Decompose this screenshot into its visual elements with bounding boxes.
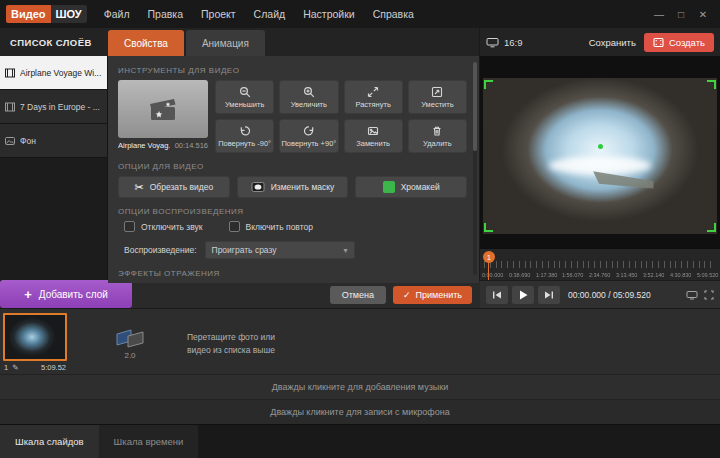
play-button[interactable]	[512, 286, 534, 304]
opt-label: Изменить маску	[271, 182, 335, 192]
layer-label: 7 Days in Europe - ...	[20, 102, 100, 112]
create-film-icon	[653, 37, 664, 48]
minimize-icon[interactable]: —	[648, 5, 670, 24]
add-layer-label: Добавить слой	[39, 289, 108, 300]
tab-slide-scale[interactable]: Шкала слайдов	[0, 425, 99, 458]
playhead-marker[interactable]: 1	[483, 251, 495, 263]
transition-item[interactable]: 2.0	[107, 313, 153, 374]
create-button[interactable]: Создать	[644, 33, 714, 52]
menu-settings[interactable]: Настройки	[294, 1, 364, 27]
tab-time-scale[interactable]: Шкала времени	[99, 425, 199, 458]
drop-hint-text: Перетащите фото или видео из списка выше	[175, 313, 287, 374]
tool-label: Заменить	[356, 139, 390, 148]
video-frame[interactable]	[483, 78, 717, 234]
music-hint-text: Дважды кликните для добавления музыки	[272, 382, 448, 392]
image-icon	[0, 135, 20, 147]
loop-checkbox-row[interactable]: Включить повтор	[229, 221, 313, 232]
transition-duration: 2.0	[124, 351, 135, 360]
fullscreen-icon[interactable]	[704, 290, 714, 300]
menu-project[interactable]: Проект	[192, 1, 245, 27]
selection-handle-bl[interactable]	[484, 223, 493, 232]
mic-hint-text: Дважды кликните для записи с микрофона	[270, 407, 449, 417]
video-options-title: ОПЦИИ ДЛЯ ВИДЕО	[118, 162, 467, 171]
selection-handle-tl[interactable]	[484, 80, 493, 89]
apply-button[interactable]: ✓ Применить	[393, 286, 472, 304]
cancel-button[interactable]: Отмена	[330, 286, 386, 304]
menu-slide[interactable]: Слайд	[245, 1, 295, 27]
ruler-labels: 0:00.000 0:38.690 1:17.380 1:56.070 2:34…	[481, 272, 719, 278]
replace-button[interactable]: Заменить	[344, 119, 403, 153]
microphone-track-row[interactable]: Дважды кликните для записи с микрофона	[0, 399, 720, 424]
mute-checkbox[interactable]	[124, 221, 135, 232]
brand-secondary: ШОУ	[51, 5, 87, 23]
tick-label: 1:17.380	[536, 272, 557, 278]
mute-checkbox-row[interactable]: Отключить звук	[124, 221, 203, 232]
slide-duration: 5:09.52	[41, 363, 66, 372]
menu-edit[interactable]: Правка	[139, 1, 192, 27]
tool-label: Повернуть -90°	[218, 139, 271, 148]
aspect-label: 16:9	[504, 37, 523, 48]
ruler-ticks	[484, 261, 716, 268]
rotate-cw-button[interactable]: Повернуть +90°	[279, 119, 338, 153]
delete-button[interactable]: Удалить	[408, 119, 467, 153]
left-panel: СПИСОК СЛОЁВ Свойства Анимация Airplane …	[0, 28, 480, 280]
menu-help[interactable]: Справка	[364, 1, 423, 27]
edit-icon[interactable]: ✎	[12, 363, 18, 372]
playback-mode-label: Воспроизведение:	[124, 245, 197, 255]
preview-header: 16:9 Сохранить Создать	[480, 28, 720, 56]
maximize-icon[interactable]: □	[670, 5, 692, 24]
save-button[interactable]: Сохранить	[581, 33, 644, 52]
previous-frame-button[interactable]	[486, 286, 508, 304]
add-layer-button[interactable]: + Добавить слой	[0, 280, 132, 308]
fit-icon	[431, 86, 443, 98]
layer-item-video[interactable]: Airplane Voyage Wi...	[0, 56, 107, 90]
clip-thumbnail[interactable]	[118, 80, 208, 138]
edit-mask-button[interactable]: Изменить маску	[237, 176, 349, 198]
layers-panel-title: СПИСОК СЛОЁВ	[0, 28, 108, 56]
menu-file[interactable]: Файл	[95, 1, 139, 27]
selection-handle-br[interactable]	[707, 223, 716, 232]
trim-video-button[interactable]: ✂ Обрезать видео	[118, 176, 230, 198]
tv-preview-icon[interactable]	[686, 290, 698, 300]
clip-duration: 00:14.516	[175, 141, 208, 150]
selection-handle-tr[interactable]	[707, 80, 716, 89]
aspect-ratio[interactable]: 16:9	[486, 37, 523, 48]
scissors-icon: ✂	[134, 181, 143, 194]
rotate-cw-icon	[303, 125, 315, 137]
apply-label: Применить	[415, 290, 462, 300]
layer-item-video2[interactable]: 7 Days in Europe - ...	[0, 90, 107, 124]
slide-item[interactable]: 1 ✎ 5:09.52	[3, 313, 67, 374]
apply-bar: Отмена ✓ Применить	[132, 280, 480, 308]
playback-mode-select[interactable]: Проиграть сразу ▾	[205, 241, 355, 259]
rotate-ccw-icon	[239, 125, 251, 137]
tick-label: 2:34.760	[589, 272, 610, 278]
slide-thumbnail[interactable]	[3, 313, 67, 361]
layer-list: Airplane Voyage Wi... 7 Days in Europe -…	[0, 56, 108, 283]
close-icon[interactable]: ✕	[692, 5, 714, 24]
zoom-out-button[interactable]: Уменьшить	[215, 80, 274, 114]
preview-canvas[interactable]	[480, 56, 720, 248]
layer-item-background[interactable]: Фон	[0, 124, 107, 158]
tick-label: 1:56.070	[562, 272, 583, 278]
fit-button[interactable]: Уместить	[408, 80, 467, 114]
scrollbar[interactable]	[473, 62, 477, 275]
preview-panel: 16:9 Сохранить Создать	[480, 28, 720, 280]
music-track-row[interactable]: Дважды кликните для добавления музыки	[0, 374, 720, 399]
playhead-line	[488, 262, 489, 280]
time-display: 00:00.000 / 05:09.520	[568, 290, 651, 300]
tools-section-title: ИНСТРУМЕНТЫ ДЛЯ ВИДЕО	[118, 66, 467, 75]
clip-preview: Airplane Voyag... 00:14.516	[118, 80, 208, 153]
loop-checkbox[interactable]	[229, 221, 240, 232]
tab-animation[interactable]: Анимация	[186, 30, 265, 56]
slide-strip: 1 ✎ 5:09.52 2.0 Перетащите фото или виде…	[0, 308, 720, 374]
tool-label: Повернуть +90°	[281, 139, 336, 148]
tab-properties[interactable]: Свойства	[108, 30, 184, 56]
chromakey-button[interactable]: Хромакей	[355, 176, 467, 198]
preview-timeline-ruler[interactable]: 1 0:00.000 0:38.690 1:17.380 1:56.070 2:…	[480, 248, 720, 280]
chromakey-icon	[383, 181, 395, 193]
stretch-button[interactable]: Растянуть	[344, 80, 403, 114]
zoom-in-button[interactable]: Увеличить	[279, 80, 338, 114]
next-frame-button[interactable]	[538, 286, 560, 304]
mute-label: Отключить звук	[141, 222, 203, 232]
rotate-ccw-button[interactable]: Повернуть -90°	[215, 119, 274, 153]
